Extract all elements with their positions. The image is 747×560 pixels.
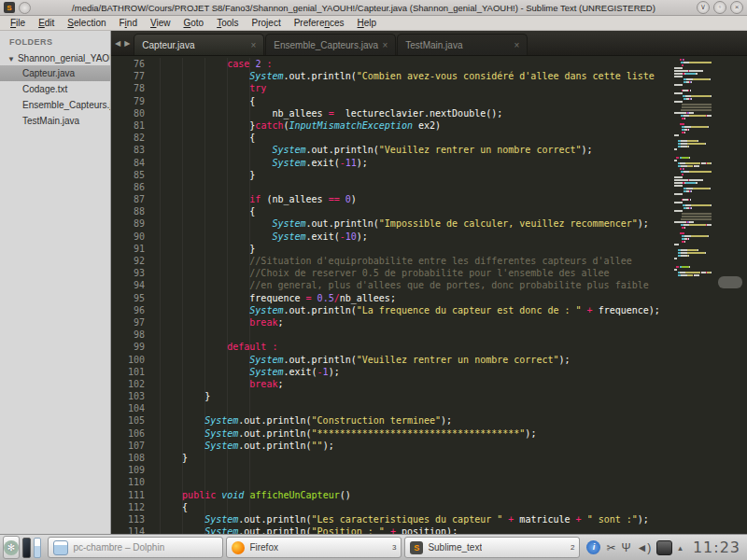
code-line: 86: [111, 181, 674, 193]
tab-scroll-left-icon[interactable]: ◀: [115, 39, 120, 48]
code-line: 81 }catch(InputMismatchException ex2): [111, 119, 674, 132]
app-icon: S: [4, 2, 15, 13]
code-line: 92 //Situation d'equiprobabilite entre l…: [111, 255, 674, 267]
line-number: 76: [111, 58, 160, 70]
line-number: 88: [111, 205, 160, 217]
tab-close-icon[interactable]: ×: [514, 40, 519, 50]
tab-scroll-controls: ◀ ▶: [111, 31, 134, 55]
update-shield-icon[interactable]: i: [586, 540, 600, 554]
tab-label: Capteur.java: [142, 40, 194, 50]
mint-menu-button[interactable]: ✻: [3, 536, 20, 559]
line-number: 107: [111, 440, 160, 452]
menu-item-help[interactable]: Help: [351, 16, 384, 30]
tab-close-icon[interactable]: ×: [250, 40, 256, 50]
line-number: 108: [111, 452, 160, 464]
indent-guide: [182, 58, 183, 534]
tab-capteur.java[interactable]: Capteur.java×: [134, 34, 264, 55]
sublime-icon: S: [410, 541, 423, 554]
code-line: 96 System.out.println("La frequence du c…: [111, 304, 674, 316]
code-line: 114 System.out.println("Position : " + p…: [111, 525, 674, 534]
line-number: 80: [111, 107, 160, 119]
close-button[interactable]: ×: [730, 1, 743, 14]
usb-device-icon[interactable]: Ψ: [621, 541, 630, 554]
code-line: 99 default :: [111, 341, 674, 353]
menu-item-find[interactable]: Find: [113, 16, 144, 30]
device-notifier-icon[interactable]: [656, 540, 672, 555]
line-number: 99: [111, 341, 160, 353]
line-number: 105: [111, 414, 160, 427]
menu-item-project[interactable]: Project: [246, 16, 288, 30]
line-number: 102: [111, 378, 160, 390]
line-number: 94: [111, 279, 160, 291]
task-button-sublime[interactable]: SSublime_text2: [404, 537, 580, 558]
task-button-firefox[interactable]: Firefox3: [226, 537, 402, 558]
files-launcher-icon[interactable]: [34, 538, 42, 558]
menu-item-goto[interactable]: Goto: [176, 16, 210, 30]
code-line: 110: [111, 476, 674, 488]
sublime-text-window: S /media/BATHROW/Cours/PROJET S8/Fano3/S…: [0, 0, 747, 560]
tab-ensemble_capteurs.java[interactable]: Ensemble_Capteurs.java×: [265, 34, 396, 55]
minimize-button[interactable]: ∨: [697, 1, 710, 14]
line-number: 93: [111, 267, 160, 279]
line-number: 100: [111, 354, 160, 366]
line-number: 86: [111, 181, 160, 193]
line-number: 82: [111, 132, 160, 144]
code-line: 105 System.out.println("Construction ter…: [111, 414, 674, 427]
menu-item-file[interactable]: File: [4, 16, 32, 30]
tab-scroll-right-icon[interactable]: ▶: [124, 39, 130, 48]
line-number: 81: [111, 119, 160, 132]
menu-item-edit[interactable]: Edit: [32, 16, 61, 30]
scrollbar-thumb[interactable]: [718, 276, 742, 288]
sidebar-item-capteur.java[interactable]: Capteur.java: [0, 65, 110, 81]
line-number: 106: [111, 427, 160, 440]
line-number: 112: [111, 501, 160, 513]
menu-item-selection[interactable]: Selection: [61, 16, 112, 30]
code-line: 101 System.exit(-1);: [111, 366, 674, 378]
code-line: 78 try: [111, 82, 674, 94]
menu-item-view[interactable]: View: [144, 16, 177, 30]
sidebar-item-ensemble_capteurs.java[interactable]: Ensemble_Capteurs.java: [0, 97, 110, 113]
maximize-button[interactable]: ◦: [713, 1, 726, 14]
code-line: 95 frequence = 0.5/nb_allees;: [111, 292, 674, 304]
line-number: 113: [111, 513, 160, 525]
firefox-icon: [232, 541, 245, 554]
line-number: 109: [111, 464, 160, 476]
scrollbar-track[interactable]: [712, 56, 747, 534]
code-line: 102 break;: [111, 378, 674, 390]
code-line: 108 }: [111, 452, 674, 464]
tab-testmain.java[interactable]: TestMain.java×: [397, 34, 528, 55]
folder-disclosure-icon[interactable]: ▼: [7, 55, 15, 63]
task-button-dolphin[interactable]: pc-chambre – Dolphin: [48, 537, 223, 558]
menu-item-tools[interactable]: Tools: [210, 16, 245, 30]
clock[interactable]: 11:23: [689, 539, 744, 556]
line-number: 83: [111, 144, 160, 156]
pin-button[interactable]: [19, 2, 31, 14]
menu-item-preferences[interactable]: Preferences: [288, 16, 351, 30]
tab-bar: ◀ ▶ Capteur.java×Ensemble_Capteurs.java×…: [111, 31, 747, 56]
line-number: 91: [111, 243, 160, 255]
line-number: 78: [111, 82, 160, 94]
volume-icon[interactable]: ◄): [636, 541, 651, 554]
code-editor[interactable]: 76 case 2 :77 System.out.println("Combie…: [111, 56, 747, 534]
code-line: 76 case 2 :: [111, 58, 674, 70]
code-line: 107 System.out.println("");: [111, 440, 674, 452]
code-line: 93 //Choix de reserver 0.5 de probabilit…: [111, 267, 674, 279]
clipboard-scissors-icon[interactable]: ✂: [606, 541, 615, 554]
panel-expander-icon[interactable]: ▴: [678, 543, 683, 553]
code-line: 111 public void afficheUnCapteur(): [111, 489, 674, 501]
sidebar-item-testmain.java[interactable]: TestMain.java: [0, 113, 110, 129]
terminal-launcher-icon[interactable]: [22, 538, 31, 558]
dolphin-icon: [53, 540, 68, 555]
sidebar-item-codage.txt[interactable]: Codage.txt: [0, 81, 110, 97]
line-number: 79: [111, 95, 160, 107]
line-number: 110: [111, 476, 160, 488]
line-number: 77: [111, 70, 160, 82]
sidebar-file-list: Capteur.javaCodage.txtEnsemble_Capteurs.…: [0, 65, 110, 129]
sidebar-folder[interactable]: ▼Shannon_genial_YAOUH!: [0, 51, 110, 65]
indent-guide: [227, 58, 228, 534]
tab-close-icon[interactable]: ×: [382, 40, 388, 50]
code-line: 98: [111, 329, 674, 341]
line-number: 84: [111, 157, 160, 169]
minimap[interactable]: [674, 58, 712, 534]
window-title: /media/BATHROW/Cours/PROJET S8/Fano3/Sha…: [35, 3, 693, 13]
